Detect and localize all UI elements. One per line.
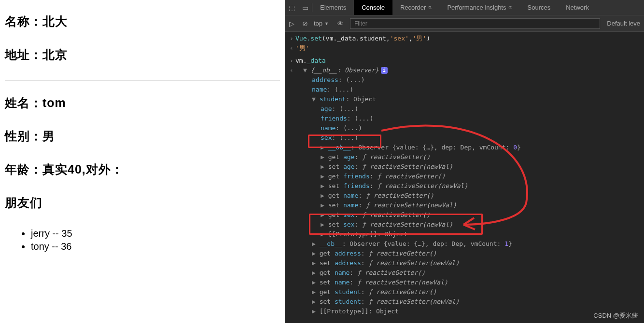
sex-heading: 性别：男 [5,128,280,144]
object-property[interactable]: ▶ set address: ƒ reactiveSetter(newVal) [295,258,459,268]
chevron-right-icon[interactable]: ▶ [321,173,328,180]
address-heading: 地址：北京 [5,47,280,63]
input-marker-icon: › [288,56,295,66]
chevron-right-icon[interactable]: ▶ [321,182,328,189]
object-property[interactable]: name: (...) [295,85,353,94]
object-property[interactable]: address: (...) [295,75,365,85]
flask-icon: ⚗ [508,5,512,10]
object-property[interactable]: friends: (...) [295,114,374,123]
tab-console[interactable]: Console [354,0,392,15]
inspect-icon[interactable]: ⬚ [285,0,298,15]
devtools-panel: ⬚ ▭ Elements Console Recorder⚗ Performan… [285,0,644,323]
object-header[interactable]: ▼ {__ob__: Observer}i [295,66,388,75]
object-property[interactable]: ▶ get address: ƒ reactiveGetter() [295,249,436,258]
tab-sources[interactable]: Sources [520,0,559,15]
console-output-line: '男' [295,43,309,53]
object-property[interactable]: ▶ get friends: ƒ reactiveGetter() [295,172,445,181]
object-property[interactable]: ▶ set age: ƒ reactiveSetter(newVal) [295,162,453,172]
list-item: jerry -- 35 [31,228,280,239]
chevron-right-icon[interactable]: ▶ [321,202,328,209]
object-property[interactable]: ▶ get student: ƒ reactiveGetter() [295,287,436,297]
log-level-selector[interactable]: Default leve [603,20,644,27]
output-marker-icon: ‹ [288,66,295,75]
object-property[interactable]: ▶ set name: ƒ reactiveSetter(newVal) [295,201,457,210]
clear-icon[interactable]: ⊘ [298,20,312,27]
divider [5,80,280,81]
tab-network[interactable]: Network [558,0,597,15]
chevron-right-icon[interactable]: ▶ [321,211,328,218]
info-icon[interactable]: i [381,67,388,74]
play-icon[interactable]: ▷ [285,20,298,27]
object-property[interactable]: sex: (...) [295,133,358,143]
watermark: CSDN @爱米酱 [593,311,638,320]
chevron-down-icon: ▼ [324,21,329,26]
object-property[interactable]: ▶ get sex: ƒ reactiveGetter() [295,210,430,220]
friends-heading: 朋友们 [5,195,280,211]
object-property[interactable]: ▶ set student: ƒ reactiveSetter(newVal) [295,297,459,307]
tab-recorder[interactable]: Recorder⚗ [392,0,439,15]
input-marker-icon: › [288,34,295,43]
chevron-right-icon[interactable]: ▶ [312,250,320,257]
list-item: tony -- 36 [31,241,280,252]
friends-list: jerry -- 35 tony -- 36 [31,228,280,252]
object-property[interactable]: ▼ student: Object [295,94,376,104]
object-property[interactable]: ▶ get age: ƒ reactiveGetter() [295,152,430,162]
object-property[interactable]: ▶ set name: ƒ reactiveSetter(newVal) [295,278,448,287]
chevron-right-icon[interactable]: ▶ [321,230,328,238]
object-property[interactable]: age: (...) [295,104,358,114]
object-property[interactable]: ▶ [[Prototype]]: Object [295,307,399,316]
chevron-right-icon[interactable]: ▶ [312,240,320,247]
devtools-tabbar: ⬚ ▭ Elements Console Recorder⚗ Performan… [285,0,644,15]
chevron-right-icon[interactable]: ▶ [312,259,320,267]
console-input-line: Vue.set(vm._data.student,'sex','男') [295,34,430,43]
chevron-right-icon[interactable]: ▶ [312,308,320,315]
age-heading: 年龄：真实40,对外： [5,162,280,177]
chevron-right-icon[interactable]: ▶ [312,279,320,286]
context-selector[interactable]: top▼ [312,20,334,27]
object-property[interactable]: ▶ get name: ƒ reactiveGetter() [295,191,434,201]
chevron-down-icon[interactable]: ▼ [312,95,320,103]
chevron-right-icon[interactable]: ▶ [312,288,320,296]
object-property[interactable]: ▶ set sex: ƒ reactiveSetter(newVal) [295,220,453,229]
object-property[interactable]: ▶ __ob__: Observer {value: {…}, dep: Dep… [295,143,521,152]
object-property[interactable]: name: (...) [295,123,362,133]
console-toolbar: ▷ ⊘ top▼ 👁 Default leve [285,15,644,32]
tab-elements[interactable]: Elements [312,0,354,15]
chevron-down-icon[interactable]: ▼ [303,67,311,74]
chevron-right-icon[interactable]: ▶ [321,153,328,161]
chevron-right-icon[interactable]: ▶ [321,163,328,170]
school-heading: 名称：北大 [5,13,280,29]
chevron-right-icon[interactable]: ▶ [321,144,328,151]
flask-icon: ⚗ [428,5,432,10]
object-property[interactable]: ▶ get name: ƒ reactiveGetter() [295,268,425,278]
output-marker-icon: ‹ [288,43,295,53]
chevron-right-icon[interactable]: ▶ [312,298,320,305]
console-output[interactable]: ›Vue.set(vm._data.student,'sex','男') ‹'男… [285,32,644,323]
object-property[interactable]: ▶ set friends: ƒ reactiveSetter(newVal) [295,181,468,191]
page-content: 名称：北大 地址：北京 姓名：tom 性别：男 年龄：真实40,对外： 朋友们 … [0,0,285,323]
console-input-line: vm._data [295,56,326,66]
object-property[interactable]: ▶ [[Prototype]]: Object [295,229,407,239]
device-toggle-icon[interactable]: ▭ [298,0,312,15]
name-heading: 姓名：tom [5,95,280,111]
chevron-right-icon[interactable]: ▶ [312,269,320,276]
eye-icon[interactable]: 👁 [334,20,347,27]
object-property[interactable]: ▶ __ob__: Observer {value: {…}, dep: Dep… [295,239,512,249]
tab-performance-insights[interactable]: Performance insights⚗ [439,0,519,15]
chevron-right-icon[interactable]: ▶ [321,221,328,228]
filter-input[interactable] [350,18,600,29]
chevron-right-icon[interactable]: ▶ [321,192,328,199]
